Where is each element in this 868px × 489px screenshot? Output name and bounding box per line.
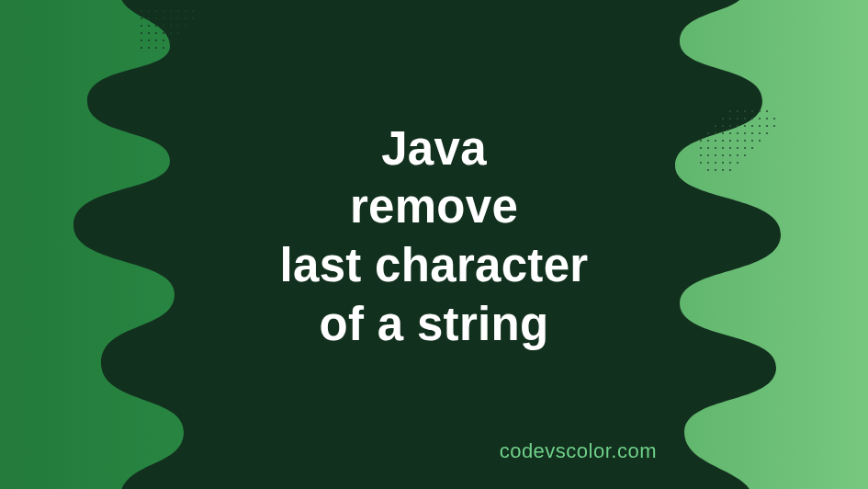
title-line-4: of a string bbox=[280, 295, 589, 354]
credit-label: codevscolor.com bbox=[500, 439, 657, 463]
banner-canvas: Java remove last character of a string c… bbox=[0, 0, 868, 489]
title-line-2: remove bbox=[280, 177, 589, 236]
content-area: Java remove last character of a string bbox=[0, 0, 868, 489]
title-line-3: last character bbox=[280, 236, 589, 295]
title-line-1: Java bbox=[280, 119, 589, 178]
banner-title: Java remove last character of a string bbox=[280, 119, 589, 354]
